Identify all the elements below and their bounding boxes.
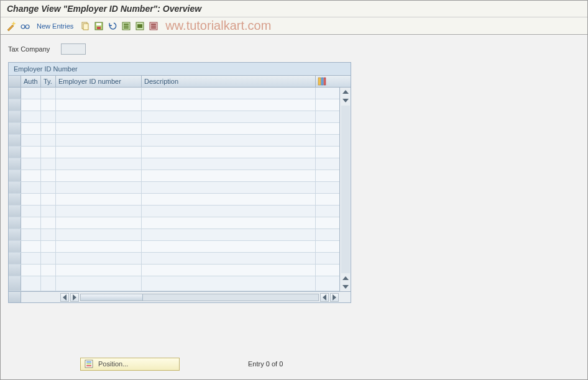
table-row[interactable] — [9, 88, 339, 99]
col-header-ty[interactable]: Ty. — [41, 76, 56, 87]
table-cell[interactable] — [56, 123, 142, 134]
table-cell[interactable] — [21, 123, 41, 134]
table-cell[interactable] — [21, 194, 41, 205]
select-block-icon[interactable] — [134, 20, 145, 32]
table-cell[interactable] — [21, 111, 41, 122]
table-row[interactable] — [9, 241, 339, 253]
table-cell[interactable] — [21, 253, 41, 264]
table-cell[interactable] — [142, 241, 316, 252]
table-row[interactable] — [9, 253, 339, 265]
hscroll-track[interactable] — [80, 294, 319, 301]
table-cell[interactable] — [142, 135, 316, 146]
col-header-auth[interactable]: Auth — [21, 76, 41, 87]
select-all-icon[interactable] — [121, 20, 132, 32]
table-cell[interactable] — [21, 158, 41, 170]
table-cell[interactable] — [142, 88, 316, 99]
table-cell[interactable] — [9, 265, 21, 276]
position-button[interactable]: Position... — [80, 358, 180, 371]
table-cell[interactable] — [9, 276, 21, 291]
table-cell[interactable] — [21, 241, 41, 252]
table-row[interactable] — [9, 158, 339, 170]
scroll-down-small-icon[interactable] — [341, 96, 350, 105]
table-cell[interactable] — [56, 217, 142, 228]
scroll-left-step-icon[interactable] — [320, 293, 329, 302]
table-row[interactable] — [9, 147, 339, 158]
table-cell[interactable] — [56, 206, 142, 217]
table-row[interactable] — [9, 217, 339, 229]
table-cell[interactable] — [21, 229, 41, 240]
vertical-scrollbar[interactable] — [339, 88, 351, 291]
glasses-icon[interactable] — [19, 20, 30, 32]
scroll-right-icon[interactable] — [330, 293, 339, 302]
scroll-left-icon[interactable] — [60, 293, 69, 302]
table-cell[interactable] — [56, 147, 142, 158]
table-cell[interactable] — [56, 229, 142, 240]
table-cell[interactable] — [21, 147, 41, 158]
table-cell[interactable] — [21, 276, 41, 291]
table-cell[interactable] — [41, 147, 56, 158]
table-cell[interactable] — [21, 170, 41, 181]
table-row[interactable] — [9, 111, 339, 123]
table-row[interactable] — [9, 182, 339, 194]
table-cell[interactable] — [56, 241, 142, 252]
table-cell[interactable] — [41, 276, 56, 291]
undo-icon[interactable] — [107, 20, 118, 32]
table-cell[interactable] — [56, 170, 142, 181]
table-cell[interactable] — [142, 206, 316, 217]
table-cell[interactable] — [9, 111, 21, 122]
table-cell[interactable] — [56, 158, 142, 170]
scroll-right-step-icon[interactable] — [70, 293, 79, 302]
tax-company-field[interactable] — [61, 43, 86, 55]
table-cell[interactable] — [142, 99, 316, 111]
table-settings-icon[interactable] — [316, 77, 328, 86]
table-cell[interactable] — [41, 265, 56, 276]
table-cell[interactable] — [9, 241, 21, 252]
table-cell[interactable] — [41, 99, 56, 111]
copy-icon[interactable] — [80, 20, 91, 32]
table-cell[interactable] — [56, 88, 142, 99]
col-header-desc[interactable]: Description — [142, 76, 316, 87]
hscroll-thumb[interactable] — [81, 294, 143, 301]
table-cell[interactable] — [9, 182, 21, 193]
table-row[interactable] — [9, 123, 339, 135]
table-cell[interactable] — [41, 158, 56, 170]
table-cell[interactable] — [56, 253, 142, 264]
table-cell[interactable] — [21, 135, 41, 146]
table-cell[interactable] — [9, 135, 21, 146]
scroll-up-icon[interactable] — [341, 88, 350, 96]
table-row[interactable] — [9, 135, 339, 147]
scroll-track[interactable] — [341, 106, 350, 273]
table-cell[interactable] — [21, 265, 41, 276]
table-cell[interactable] — [142, 265, 316, 276]
horizontal-scrollbar[interactable] — [9, 291, 351, 302]
table-cell[interactable] — [56, 194, 142, 205]
table-cell[interactable] — [142, 229, 316, 240]
table-cell[interactable] — [9, 123, 21, 134]
table-cell[interactable] — [41, 170, 56, 181]
table-cell[interactable] — [41, 206, 56, 217]
table-cell[interactable] — [142, 194, 316, 205]
table-cell[interactable] — [41, 253, 56, 264]
table-row[interactable] — [9, 229, 339, 241]
table-cell[interactable] — [41, 182, 56, 193]
table-cell[interactable] — [41, 194, 56, 205]
table-cell[interactable] — [21, 182, 41, 193]
table-cell[interactable] — [56, 265, 142, 276]
table-row[interactable] — [9, 276, 339, 291]
table-cell[interactable] — [41, 88, 56, 99]
table-cell[interactable] — [142, 147, 316, 158]
table-cell[interactable] — [142, 158, 316, 170]
table-cell[interactable] — [56, 276, 142, 291]
table-cell[interactable] — [41, 241, 56, 252]
col-header-ein[interactable]: Employer ID number — [56, 76, 142, 87]
save-variant-icon[interactable] — [93, 20, 104, 32]
table-cell[interactable] — [9, 170, 21, 181]
table-cell[interactable] — [9, 194, 21, 205]
table-row[interactable] — [9, 194, 339, 206]
table-cell[interactable] — [142, 123, 316, 134]
table-cell[interactable] — [41, 111, 56, 122]
table-cell[interactable] — [9, 147, 21, 158]
col-header-selector[interactable] — [9, 76, 21, 87]
deselect-icon[interactable] — [148, 20, 159, 32]
scroll-up-small-icon[interactable] — [341, 274, 350, 283]
